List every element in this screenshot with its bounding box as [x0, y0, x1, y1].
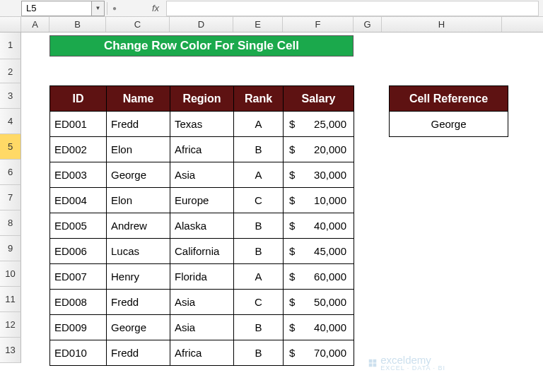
row-header-11[interactable]: 11 — [0, 287, 21, 312]
watermark-icon — [368, 358, 378, 368]
cell-name[interactable]: Henry — [107, 264, 170, 290]
row-header-8[interactable]: 8 — [0, 210, 21, 236]
row-header-13[interactable]: 13 — [0, 338, 21, 363]
cell-name[interactable]: Fredd — [107, 340, 170, 366]
col-header-e[interactable]: E — [233, 17, 283, 32]
th-salary[interactable]: Salary — [284, 86, 354, 112]
ref-value[interactable]: George — [390, 112, 508, 137]
cells-area[interactable]: Change Row Color For Single Cell ID Name… — [21, 32, 516, 392]
row-headers: 12345678910111213 — [0, 32, 21, 363]
cell-region[interactable]: Africa — [170, 137, 234, 162]
insert-function-button[interactable]: fx — [148, 1, 163, 16]
cell-region[interactable]: Alaska — [170, 213, 234, 239]
cell-name[interactable]: Fredd — [107, 112, 170, 137]
cell-name[interactable]: Andrew — [107, 213, 170, 239]
cell-name[interactable]: George — [107, 162, 170, 188]
th-id[interactable]: ID — [50, 86, 107, 112]
cell-salary[interactable]: $50,000 — [284, 290, 354, 315]
cell-rank[interactable]: B — [234, 137, 284, 162]
cell-region[interactable]: Asia — [170, 290, 234, 315]
cell-region[interactable]: Texas — [170, 112, 234, 137]
select-all-corner[interactable] — [0, 17, 21, 32]
row-header-2[interactable]: 2 — [0, 59, 21, 83]
cell-salary[interactable]: $60,000 — [284, 264, 354, 290]
th-rank[interactable]: Rank — [234, 86, 284, 112]
col-header-f[interactable]: F — [283, 17, 354, 32]
cell-id[interactable]: ED007 — [50, 264, 107, 290]
cell-region[interactable]: California — [170, 239, 234, 264]
cell-region[interactable]: Europe — [170, 188, 234, 213]
cell-region[interactable]: Florida — [170, 264, 234, 290]
formula-bar[interactable] — [166, 1, 539, 16]
column-headers: A B C D E F G H — [0, 17, 543, 32]
chevron-down-icon: ▼ — [95, 5, 101, 11]
row-header-4[interactable]: 4 — [0, 109, 21, 134]
cell-rank[interactable]: B — [234, 315, 284, 340]
col-header-b[interactable]: B — [49, 17, 106, 32]
name-box-dropdown[interactable]: ▼ — [92, 1, 105, 16]
col-header-h[interactable]: H — [382, 17, 502, 32]
cell-id[interactable]: ED008 — [50, 290, 107, 315]
th-name[interactable]: Name — [107, 86, 170, 112]
cancel-fx-icon: ● — [110, 4, 119, 12]
cell-region[interactable]: Africa — [170, 340, 234, 366]
cell-rank[interactable]: C — [234, 188, 284, 213]
cell-salary[interactable]: $45,000 — [284, 239, 354, 264]
page-title: Change Row Color For Single Cell — [49, 35, 354, 57]
cell-name[interactable]: Elon — [107, 188, 170, 213]
cell-rank[interactable]: A — [234, 112, 284, 137]
col-header-a[interactable]: A — [21, 17, 49, 32]
table-row: ED009GeorgeAsiaB$40,000 — [50, 315, 354, 340]
cell-name[interactable]: Lucas — [107, 239, 170, 264]
cell-id[interactable]: ED002 — [50, 137, 107, 162]
name-box[interactable]: L5 — [21, 1, 92, 16]
cell-salary[interactable]: $40,000 — [284, 315, 354, 340]
cell-id[interactable]: ED009 — [50, 315, 107, 340]
table-row: ED006LucasCaliforniaB$45,000 — [50, 239, 354, 264]
cell-rank[interactable]: B — [234, 340, 284, 366]
row-header-9[interactable]: 9 — [0, 236, 21, 261]
cell-rank[interactable]: A — [234, 264, 284, 290]
watermark: exceldemy EXCEL · DATA · BI — [368, 355, 445, 372]
cell-rank[interactable]: B — [234, 239, 284, 264]
table-row: ED010FreddAfricaB$70,000 — [50, 340, 354, 366]
row-header-5[interactable]: 5 — [0, 134, 21, 160]
cell-salary[interactable]: $20,000 — [284, 137, 354, 162]
ref-header[interactable]: Cell Reference — [390, 86, 508, 112]
row-header-10[interactable]: 10 — [0, 261, 21, 287]
cell-id[interactable]: ED005 — [50, 213, 107, 239]
row-header-3[interactable]: 3 — [0, 83, 21, 109]
table-row: ED005AndrewAlaskaB$40,000 — [50, 213, 354, 239]
reference-box: Cell Reference George — [389, 85, 508, 137]
watermark-brand: exceldemy — [380, 355, 445, 365]
col-header-c[interactable]: C — [106, 17, 170, 32]
cell-region[interactable]: Asia — [170, 315, 234, 340]
cell-id[interactable]: ED004 — [50, 188, 107, 213]
th-region[interactable]: Region — [170, 86, 234, 112]
cell-rank[interactable]: A — [234, 162, 284, 188]
row-header-12[interactable]: 12 — [0, 312, 21, 338]
row-header-1[interactable]: 1 — [0, 32, 21, 59]
cell-salary[interactable]: $30,000 — [284, 162, 354, 188]
cell-salary[interactable]: $25,000 — [284, 112, 354, 137]
cell-name[interactable]: George — [107, 315, 170, 340]
cell-id[interactable]: ED003 — [50, 162, 107, 188]
cell-rank[interactable]: B — [234, 213, 284, 239]
cell-id[interactable]: ED006 — [50, 239, 107, 264]
cell-id[interactable]: ED001 — [50, 112, 107, 137]
col-header-g[interactable]: G — [354, 17, 382, 32]
formula-bar-row: L5 ▼ ● fx — [0, 0, 543, 17]
cell-id[interactable]: ED010 — [50, 340, 107, 366]
cell-salary[interactable]: $40,000 — [284, 213, 354, 239]
cell-rank[interactable]: C — [234, 290, 284, 315]
table-row: ED003GeorgeAsiaA$30,000 — [50, 162, 354, 188]
cell-salary[interactable]: $70,000 — [284, 340, 354, 366]
cell-name[interactable]: Fredd — [107, 290, 170, 315]
table-header-row: ID Name Region Rank Salary — [50, 86, 354, 112]
cell-salary[interactable]: $10,000 — [284, 188, 354, 213]
row-header-7[interactable]: 7 — [0, 185, 21, 210]
col-header-d[interactable]: D — [170, 17, 233, 32]
row-header-6[interactable]: 6 — [0, 160, 21, 185]
cell-name[interactable]: Elon — [107, 137, 170, 162]
cell-region[interactable]: Asia — [170, 162, 234, 188]
